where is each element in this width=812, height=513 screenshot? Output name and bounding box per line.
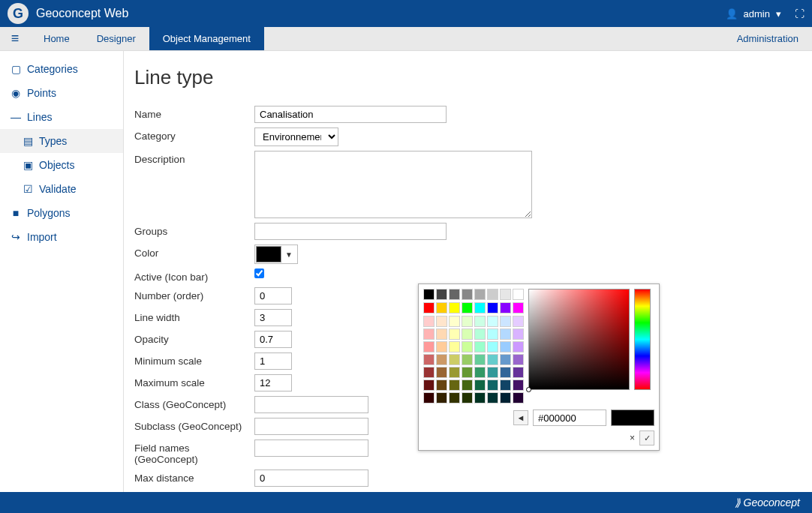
swatch[interactable] [500, 367, 511, 378]
swatch[interactable] [474, 289, 486, 300]
swatch[interactable] [487, 341, 498, 352]
swatch[interactable] [487, 328, 498, 340]
tab-administration[interactable]: Administration [723, 27, 812, 50]
swatch[interactable] [487, 367, 498, 378]
swatch[interactable] [423, 328, 435, 340]
swatch[interactable] [436, 289, 447, 300]
swatch[interactable] [423, 354, 435, 365]
sidebar-item-import[interactable]: ↪Import [0, 225, 123, 249]
fullscreen-icon[interactable]: ⛶ [795, 8, 804, 20]
active-checkbox[interactable] [254, 268, 264, 278]
linewidth-input[interactable] [254, 309, 292, 326]
swatch[interactable] [462, 328, 473, 340]
swatch[interactable] [449, 302, 460, 314]
maxdist-input[interactable] [254, 470, 368, 487]
swatch[interactable] [449, 289, 460, 300]
category-select[interactable]: Environnement [254, 128, 338, 146]
hue-slider[interactable] [634, 289, 651, 390]
opacity-input[interactable] [254, 331, 292, 348]
swatch[interactable] [500, 380, 511, 391]
chevron-down-icon[interactable]: ▾ [776, 8, 781, 20]
close-icon[interactable]: × [630, 433, 635, 443]
swatch[interactable] [513, 328, 524, 340]
swatch[interactable] [513, 367, 524, 378]
fieldnames-input[interactable] [254, 440, 368, 457]
collapse-button[interactable]: ◄ [513, 410, 528, 425]
swatch[interactable] [449, 316, 460, 327]
maxscale-input[interactable] [254, 374, 292, 392]
color-picker-trigger[interactable]: ▼ [254, 244, 298, 264]
description-textarea[interactable] [254, 151, 532, 218]
apply-button[interactable]: ✓ [639, 430, 654, 446]
sidebar-item-points[interactable]: ◉Points [0, 81, 123, 105]
swatch[interactable] [423, 316, 435, 327]
swatch[interactable] [487, 302, 498, 314]
sidebar-item-objects[interactable]: ▣Objects [0, 153, 123, 177]
swatch[interactable] [500, 302, 511, 314]
swatch[interactable] [436, 367, 447, 378]
swatch[interactable] [474, 354, 486, 365]
swatch[interactable] [436, 341, 447, 352]
swatch[interactable] [513, 380, 524, 391]
swatch[interactable] [449, 367, 460, 378]
swatch[interactable] [423, 392, 435, 404]
sidebar-item-polygons[interactable]: ■Polygons [0, 201, 123, 225]
swatch[interactable] [513, 316, 524, 327]
swatch[interactable] [462, 367, 473, 378]
name-input[interactable] [254, 106, 447, 123]
subclass-input[interactable] [254, 418, 368, 435]
swatch[interactable] [436, 354, 447, 365]
tab-home[interactable]: Home [30, 27, 83, 50]
swatch[interactable] [462, 380, 473, 391]
swatch[interactable] [462, 392, 473, 404]
swatch[interactable] [513, 354, 524, 365]
swatch[interactable] [500, 328, 511, 340]
number-input[interactable] [254, 287, 292, 304]
gradient-cursor[interactable] [526, 387, 531, 392]
swatch[interactable] [500, 289, 511, 300]
swatch[interactable] [474, 367, 486, 378]
sidebar-item-lines[interactable]: —Lines [0, 105, 123, 129]
swatch[interactable] [462, 302, 473, 314]
swatch[interactable] [449, 392, 460, 404]
swatch[interactable] [449, 341, 460, 352]
swatch[interactable] [423, 341, 435, 352]
swatch[interactable] [436, 380, 447, 391]
swatch[interactable] [436, 316, 447, 327]
swatch[interactable] [462, 354, 473, 365]
swatch[interactable] [474, 328, 486, 340]
hex-input[interactable] [533, 410, 606, 426]
swatch[interactable] [423, 367, 435, 378]
swatch[interactable] [436, 328, 447, 340]
swatch[interactable] [462, 316, 473, 327]
swatch[interactable] [423, 302, 435, 314]
class-input[interactable] [254, 396, 368, 413]
tab-designer[interactable]: Designer [83, 27, 149, 50]
swatch[interactable] [462, 289, 473, 300]
swatch[interactable] [462, 341, 473, 352]
sidebar-item-validate[interactable]: ☑Validate [0, 177, 123, 201]
saturation-gradient[interactable] [528, 289, 630, 390]
swatch[interactable] [436, 302, 447, 314]
swatch[interactable] [449, 354, 460, 365]
swatch[interactable] [500, 354, 511, 365]
swatch[interactable] [436, 392, 447, 404]
swatch[interactable] [487, 354, 498, 365]
swatch[interactable] [500, 316, 511, 327]
hamburger-icon[interactable]: ≡ [0, 27, 30, 50]
minscale-input[interactable] [254, 352, 292, 370]
swatch[interactable] [500, 341, 511, 352]
swatch[interactable] [474, 392, 486, 404]
swatch[interactable] [449, 380, 460, 391]
tab-object-management[interactable]: Object Management [149, 27, 264, 50]
swatch[interactable] [423, 289, 435, 300]
swatch[interactable] [474, 380, 486, 391]
swatch[interactable] [487, 289, 498, 300]
sidebar-item-categories[interactable]: ▢Categories [0, 57, 123, 81]
groups-input[interactable] [254, 223, 447, 240]
swatch[interactable] [474, 316, 486, 327]
swatch[interactable] [513, 341, 524, 352]
swatch[interactable] [487, 392, 498, 404]
swatch[interactable] [500, 392, 511, 404]
swatch[interactable] [487, 316, 498, 327]
